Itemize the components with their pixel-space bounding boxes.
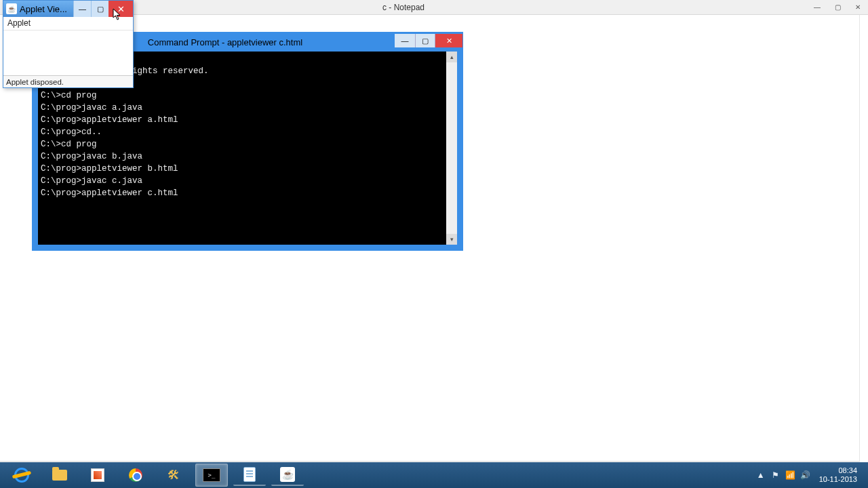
- applet-close-button[interactable]: ✕: [108, 1, 133, 17]
- cmd-line: C:\prog>cd..: [41, 126, 443, 138]
- java-icon: [6, 3, 17, 14]
- taskbar-cmd-icon[interactable]: >_: [195, 464, 228, 487]
- tray-flag-icon[interactable]: ⚑: [770, 470, 781, 481]
- taskbar-ie-icon[interactable]: [5, 464, 38, 486]
- cmd-line: C:\prog>appletviewer a.html: [41, 114, 443, 126]
- tray-volume-icon[interactable]: 🔊: [800, 470, 811, 481]
- cmd-vertical-scrollbar[interactable]: ▴ ▾: [446, 52, 457, 245]
- notepad-maximize-button[interactable]: ▢: [827, 0, 848, 15]
- applet-titlebar[interactable]: Applet Vie... — ▢ ✕: [3, 1, 133, 17]
- applet-status-bar: Applet disposed.: [3, 75, 133, 87]
- tray-overflow-icon[interactable]: ▲: [755, 470, 766, 481]
- tray-network-icon[interactable]: 📶: [785, 470, 796, 481]
- system-tray[interactable]: ▲ ⚑ 📶 🔊 08:34 10-11-2013: [755, 466, 865, 484]
- applet-title: Applet Vie...: [20, 4, 73, 14]
- clock-time: 08:34: [819, 466, 857, 475]
- notepad-minimize-button[interactable]: —: [807, 0, 827, 15]
- applet-viewer-window: Applet Vie... — ▢ ✕ Applet Applet dispos…: [3, 0, 134, 88]
- cmd-line: C:\prog>javac a.java: [41, 102, 443, 114]
- taskbar-notepad-icon[interactable]: [233, 464, 266, 486]
- clock-date: 10-11-2013: [819, 475, 857, 484]
- taskbar-explorer-icon[interactable]: [43, 464, 76, 486]
- cmd-line: C:\prog>javac b.java: [41, 150, 443, 163]
- scroll-down-icon[interactable]: ▾: [446, 234, 457, 245]
- cmd-line: C:\prog>javac c.java: [41, 175, 443, 187]
- cmd-line: C:\prog>appletviewer c.html: [41, 187, 443, 199]
- cmd-line: C:\prog>appletviewer b.html: [41, 163, 443, 175]
- taskbar-clock[interactable]: 08:34 10-11-2013: [815, 466, 861, 484]
- applet-minimize-button[interactable]: —: [73, 1, 91, 17]
- notepad-close-button[interactable]: ✕: [848, 0, 868, 15]
- applet-maximize-button[interactable]: ▢: [91, 1, 108, 17]
- taskbar-tools-icon[interactable]: 🛠: [157, 464, 190, 486]
- taskbar: 🛠 >_ ☕ ▲ ⚑ 📶 🔊 08:34 10-11-2013: [0, 462, 868, 488]
- taskbar-office-icon[interactable]: [81, 464, 114, 486]
- cmd-close-button[interactable]: ✕: [435, 34, 462, 47]
- scroll-up-icon[interactable]: ▴: [446, 52, 457, 62]
- applet-menu[interactable]: Applet: [3, 17, 133, 30]
- cmd-minimize-button[interactable]: —: [395, 34, 415, 47]
- taskbar-java-icon[interactable]: ☕: [271, 464, 304, 486]
- cmd-line: C:\>cd prog: [41, 89, 443, 102]
- cmd-maximize-button[interactable]: ▢: [415, 34, 435, 47]
- taskbar-chrome-icon[interactable]: [119, 464, 152, 486]
- cmd-line: C:\>cd prog: [41, 138, 443, 150]
